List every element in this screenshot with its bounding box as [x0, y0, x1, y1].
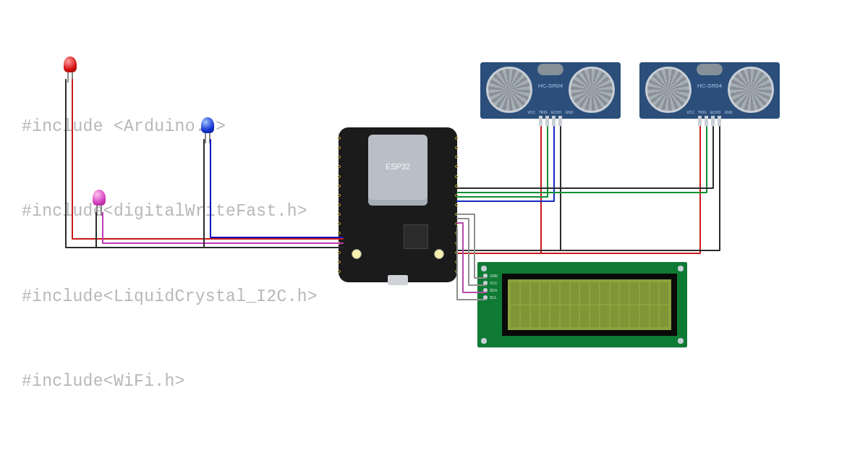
crystal-icon [697, 64, 723, 75]
esp32-label: ESP32 [368, 162, 427, 171]
screw-icon [678, 266, 684, 271]
lcd-i2c-header: GND VCC SDA SCL [483, 274, 498, 300]
sonar-transducer-icon [645, 67, 692, 113]
lcd-screen [508, 279, 671, 330]
usb-port-icon [388, 275, 408, 285]
sonar-model-label: HC-SR04 [538, 83, 563, 89]
en-button[interactable] [434, 249, 444, 259]
pin-label: GND [724, 110, 732, 114]
pin-label: GND [565, 110, 573, 114]
sonar-transducer-icon [728, 67, 774, 113]
pin-label: ECHO [710, 110, 720, 114]
sonar-transducer-icon [569, 67, 615, 113]
code-line: #include<LiquidCrystal_I2C.h> [22, 283, 427, 311]
ultrasonic-sensor-2[interactable]: HC-SR04 VCC TRIG ECHO GND [639, 62, 780, 119]
pin-label: SDA [490, 288, 497, 292]
screw-icon [678, 338, 684, 344]
screw-icon [481, 266, 487, 271]
pin-label: VCC [686, 110, 694, 114]
pin-label: TRIG [539, 110, 548, 114]
code-line: #include<WiFi.h> [22, 368, 427, 396]
led-red[interactable] [64, 56, 77, 72]
pin-label: SCL [490, 295, 497, 300]
ultrasonic-sensor-1[interactable]: HC-SR04 VCC TRIG ECHO GND [480, 62, 621, 119]
pin-label: VCC [490, 281, 498, 285]
esp32-mcu-chip [404, 224, 428, 249]
code-line: #include<PubSubClient.h> [22, 452, 427, 456]
crystal-icon [537, 64, 563, 75]
pin-label: TRIG [698, 110, 707, 114]
boot-button[interactable] [352, 249, 362, 259]
pin-label: GND [490, 274, 498, 278]
sonar-transducer-icon [486, 67, 532, 113]
lcd-1602-i2c[interactable]: GND VCC SDA SCL [477, 262, 687, 347]
screw-icon [481, 338, 487, 344]
led-blue[interactable] [201, 117, 214, 133]
pin-label: VCC [527, 110, 535, 114]
sonar-model-label: HC-SR04 [697, 83, 722, 89]
esp32-board[interactable]: ESP32 [339, 127, 457, 282]
lcd-bezel [502, 274, 677, 336]
pin-label: ECHO [551, 110, 561, 114]
esp32-shield: ESP32 [368, 135, 427, 206]
led-pink[interactable] [93, 190, 106, 206]
